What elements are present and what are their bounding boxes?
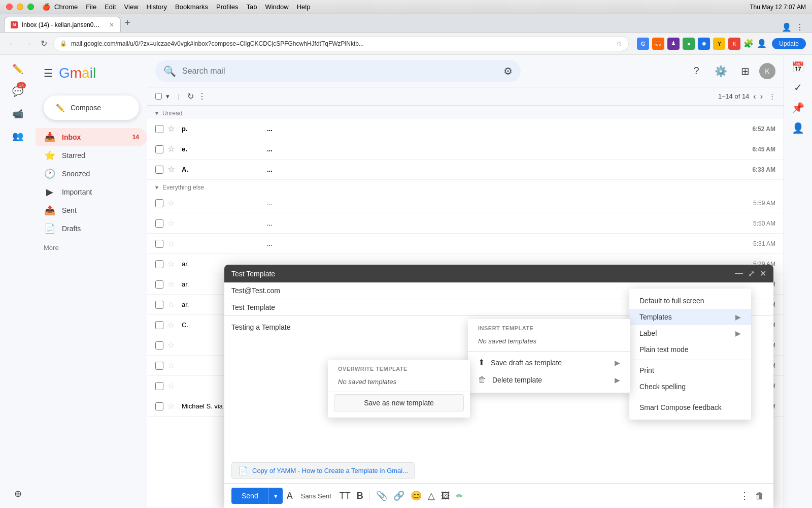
mac-menu-profiles[interactable]: Profiles [216,3,238,11]
nav-important[interactable]: ▶ Important [36,183,147,201]
mac-maximize-button[interactable] [27,4,34,10]
mac-traffic-lights[interactable] [6,4,34,10]
right-panel-contacts-icon[interactable]: 👤 [792,122,804,134]
right-panel-calendar-icon[interactable]: 📅 [792,61,804,73]
star-icon[interactable]: ☆ [167,124,178,134]
hamburger-menu[interactable]: ☰ [44,67,53,79]
star-icon[interactable]: ☆ [167,381,178,391]
menu-item-label[interactable]: Label ▶ [629,325,751,341]
select-all-checkbox[interactable] [155,93,162,100]
ext-red-icon[interactable]: K [728,38,740,50]
table-row[interactable]: ☆ ... 5:50 AM [147,213,784,234]
toolbar-attach-icon[interactable]: 📎 [374,488,389,503]
ext-yamm-icon[interactable]: Y [713,38,725,50]
everything-toggle[interactable]: ▾ [155,184,158,191]
email-checkbox[interactable] [155,321,163,329]
mac-menu-edit[interactable]: Edit [105,3,116,11]
send-dropdown-button[interactable]: ▾ [268,488,283,504]
main-context-menu[interactable]: Default to full screen Templates ▶ Label… [629,289,751,420]
email-checkbox[interactable] [155,382,163,390]
star-icon[interactable]: ☆ [167,144,178,154]
mac-menu-chrome[interactable]: Chrome [54,3,78,11]
email-checkbox[interactable] [155,402,163,410]
star-icon[interactable]: ☆ [167,259,178,269]
mac-menu-help[interactable]: Help [297,3,311,11]
table-row[interactable]: ☆ ... 5:31 AM [147,234,784,254]
menu-item-print[interactable]: Print [629,362,751,378]
menu-item-smart-compose[interactable]: Smart Compose feedback [629,399,751,416]
menu-item-fullscreen[interactable]: Default to full screen [629,293,751,309]
settings-button[interactable]: ⚙️ [710,61,731,81]
table-row[interactable]: ☆ p. ... 6:52 AM [147,119,784,139]
toolbar-emoji-icon[interactable]: 😊 [409,488,424,503]
mac-menu-file[interactable]: File [86,3,96,11]
star-icon[interactable]: ☆ [167,361,178,370]
menu-item-plain-text[interactable]: Plain text mode [629,341,751,358]
ext-purple-icon[interactable]: ♟ [667,38,680,50]
chrome-tab-active[interactable]: M Inbox (14) - kellan.jansen01@g... ✕ [4,17,121,32]
table-row[interactable]: ☆ e. ... 6:45 AM [147,139,784,160]
toolbar-photo-icon[interactable]: 🖼 [439,489,452,503]
sidebar-more-icon[interactable]: ⊕ [8,484,28,504]
email-checkbox[interactable] [155,260,163,268]
update-button[interactable]: Update [772,38,806,49]
send-button[interactable]: Send [231,488,268,504]
chrome-menu-button[interactable]: ⋮ [796,22,804,32]
attachment-chip[interactable]: 📄 Copy of YAMM - How to Create a Templat… [231,462,415,479]
nav-drafts[interactable]: 📄 Drafts [36,219,147,238]
sidebar-meet-icon[interactable]: 📹 [8,104,28,124]
menu-item-delete-template[interactable]: 🗑 Delete template ▶ [468,371,630,389]
overwrite-template-submenu[interactable]: OVERWRITE TEMPLATE No saved templates Sa… [328,360,470,418]
search-options-icon[interactable]: ⚙ [503,65,513,77]
email-checkbox[interactable] [155,341,163,350]
extensions-button[interactable]: 🧩 [743,39,754,48]
mac-close-button[interactable] [6,4,13,10]
refresh-emails-icon[interactable]: ↻ [187,91,194,101]
compose-close-icon[interactable]: ✕ [760,269,766,278]
sidebar-compose-icon[interactable]: ✏️ [8,59,28,79]
table-row[interactable]: ☆ ... 5:59 AM [147,193,784,213]
ext-green-icon[interactable]: ● [683,38,695,50]
toolbar-trash-icon[interactable]: 🗑 [753,489,766,503]
back-button[interactable]: ← [6,37,18,50]
email-checkbox[interactable] [155,125,163,133]
email-checkbox[interactable] [155,199,163,207]
tab-close-button[interactable]: ✕ [109,21,114,28]
mac-menu-view[interactable]: View [124,3,139,11]
toolbar-more-icon[interactable]: ⋮ [738,488,751,503]
mac-menu-history[interactable]: History [147,3,167,11]
refresh-button[interactable]: ↻ [39,37,49,50]
chrome-profile-button[interactable]: 👤 [757,39,767,48]
toolbar-drive-icon[interactable]: △ [426,488,437,503]
chrome-profile-icon[interactable]: 👤 [782,22,792,32]
nav-starred[interactable]: ⭐ Starred [36,146,147,165]
save-as-new-template-button[interactable]: Save as new template [334,394,464,411]
right-panel-keep-icon[interactable]: 📌 [792,102,804,114]
ext-orange-icon[interactable]: 🦊 [652,38,664,50]
menu-item-templates[interactable]: Templates ▶ [629,309,751,325]
star-icon[interactable]: ☆ [167,165,178,174]
address-bar[interactable]: 🔒 mail.google.com/mail/u/0/?zx=ulczae4v0… [53,36,629,51]
email-checkbox[interactable] [155,280,163,289]
more-email-actions-icon[interactable]: ⋮ [198,91,206,101]
search-bar[interactable]: 🔍 ⚙ [155,60,521,82]
toolbar-signature-icon[interactable]: ✏ [454,489,465,503]
ext-blue-icon[interactable]: ◆ [698,38,710,50]
star-icon[interactable]: ☆ [167,300,178,309]
nav-snoozed[interactable]: 🕐 Snoozed [36,165,147,183]
sidebar-chat-icon[interactable]: 💬14 [8,81,28,102]
mac-menu-tab[interactable]: Tab [246,3,257,11]
star-icon[interactable]: ☆ [167,401,178,411]
insert-template-submenu[interactable]: INSERT TEMPLATE No saved templates ⬆ Sav… [468,319,630,393]
email-checkbox[interactable] [155,166,163,174]
sidebar-contacts-icon[interactable]: 👥 [8,126,28,146]
user-avatar[interactable]: K [759,63,775,79]
star-icon[interactable]: ☆ [167,320,178,330]
toolbar-bold-icon[interactable]: B [355,489,365,503]
star-icon[interactable]: ☆ [167,239,178,248]
right-panel-tasks-icon[interactable]: ✓ [794,81,802,93]
forward-button[interactable]: → [22,37,35,50]
select-dropdown-icon[interactable]: ▾ [166,92,170,100]
nav-more-labels[interactable]: More [44,242,139,253]
mac-minimize-button[interactable] [17,4,23,10]
